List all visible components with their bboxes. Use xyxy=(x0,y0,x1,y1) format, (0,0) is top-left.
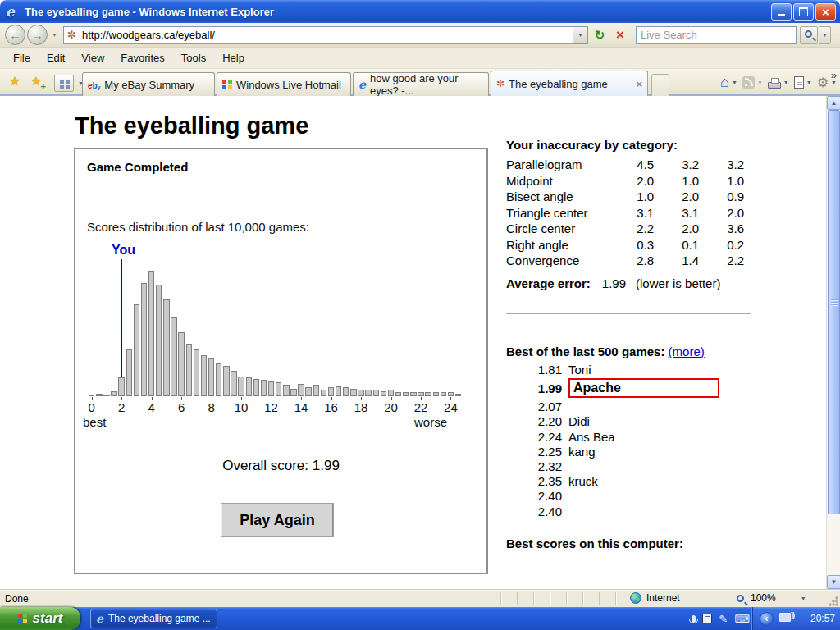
more-link[interactable]: (more) xyxy=(669,345,705,358)
tray-icons xyxy=(685,607,750,630)
home-dropdown-icon[interactable] xyxy=(732,80,737,85)
divider xyxy=(506,313,751,314)
category-value: 4.5 xyxy=(617,158,654,174)
feeds-button[interactable] xyxy=(742,76,763,89)
address-input[interactable] xyxy=(82,29,573,41)
best500-score: 2.20 xyxy=(506,414,562,428)
histogram-bar xyxy=(425,392,431,396)
inaccuracy-row: Parallelogram4.53.23.2 xyxy=(506,158,754,174)
menu-item-help[interactable]: Help xyxy=(214,48,253,67)
start-button[interactable]: start xyxy=(0,607,80,630)
menu-item-view[interactable]: View xyxy=(73,48,112,67)
keyboard-icon[interactable] xyxy=(734,613,750,625)
favorites-star-icon[interactable] xyxy=(5,74,25,92)
category-value: 1.0 xyxy=(699,174,744,190)
page-dropdown-icon[interactable] xyxy=(806,80,812,85)
tab-how-good-are-your-eyes[interactable]: how good are your eyes? -... xyxy=(353,72,489,96)
zoom-dropdown-icon[interactable] xyxy=(801,596,806,601)
menu-item-edit[interactable]: Edit xyxy=(39,48,73,67)
axis-tick-label: 20 xyxy=(379,400,404,414)
category-name: Bisect angle xyxy=(506,189,617,206)
axis-tick-label: 4 xyxy=(139,400,164,414)
best500-score: 2.32 xyxy=(506,459,562,473)
tab-windows-live-hotmail[interactable]: Windows Live Hotmail xyxy=(217,72,351,96)
restore-button[interactable] xyxy=(793,3,814,21)
best500-name: Didi xyxy=(568,414,590,428)
status-pane-separator xyxy=(599,592,600,605)
ebay-icon xyxy=(88,79,100,91)
histogram-bar xyxy=(231,371,236,396)
menu-item-file[interactable]: File xyxy=(5,48,39,67)
histogram-bar xyxy=(403,392,409,396)
menu-item-tools[interactable]: Tools xyxy=(173,48,214,67)
add-favorite-icon[interactable] xyxy=(26,74,46,92)
play-again-button[interactable]: Play Again xyxy=(221,503,334,537)
forward-button[interactable] xyxy=(27,25,48,45)
history-dropdown-icon[interactable] xyxy=(49,32,60,38)
scroll-down-icon[interactable] xyxy=(827,575,840,589)
taskbar: start The eyeballing game ... 20:57 xyxy=(0,607,840,630)
search-box[interactable] xyxy=(636,26,797,44)
address-bar[interactable] xyxy=(63,26,588,44)
toolbar-overflow-icon[interactable] xyxy=(831,69,837,81)
best500-row: 2.07 xyxy=(506,399,754,414)
print-button[interactable] xyxy=(768,76,789,89)
game-box: Game Completed Scores distribution of la… xyxy=(74,148,488,574)
vertical-scrollbar[interactable] xyxy=(826,96,840,589)
quick-tabs-button[interactable] xyxy=(54,75,74,92)
print-dropdown-icon[interactable] xyxy=(783,80,789,85)
back-button[interactable] xyxy=(5,25,25,45)
inaccuracy-row: Midpoint2.01.01.0 xyxy=(506,174,754,190)
category-value: 2.0 xyxy=(617,174,654,190)
woodgears-favicon-icon xyxy=(67,30,79,41)
hide-icons-chevron-icon[interactable] xyxy=(760,612,774,626)
microphone-icon[interactable] xyxy=(692,615,696,623)
tab-my-ebay-summary[interactable]: My eBay Summary xyxy=(82,72,215,96)
histogram-bar xyxy=(388,390,394,396)
player-name-input[interactable] xyxy=(568,378,719,398)
windows-icon xyxy=(222,80,232,89)
new-tab-stub[interactable] xyxy=(651,74,669,96)
histogram-bar xyxy=(178,332,184,396)
histogram-bar xyxy=(395,392,401,396)
status-pane-separator xyxy=(550,592,550,605)
best500-score: 2.40 xyxy=(506,504,562,518)
tab-close-icon[interactable] xyxy=(624,78,642,90)
zoom-control[interactable]: 100% xyxy=(737,592,806,604)
search-input[interactable] xyxy=(637,29,796,41)
pen-icon[interactable] xyxy=(719,613,728,625)
histogram-bar xyxy=(441,392,446,396)
histogram-bar xyxy=(126,349,132,396)
home-button[interactable] xyxy=(720,74,737,91)
category-value: 2.2 xyxy=(699,253,744,270)
histogram-bar xyxy=(141,283,147,396)
overall-score: Overall score: 1.99 xyxy=(75,458,486,474)
tab-the-eyeballing-game[interactable]: The eyeballing game xyxy=(491,71,648,96)
language-bar-icon[interactable] xyxy=(702,614,712,623)
histogram-bar xyxy=(246,377,252,396)
address-dropdown-icon[interactable] xyxy=(573,27,587,43)
scrollbar-thumb[interactable] xyxy=(828,110,840,514)
best500-list: 1.81Toni1.992.072.20Didi2.24Ans Bea2.25k… xyxy=(506,363,754,519)
stop-button[interactable] xyxy=(611,26,629,44)
scroll-up-icon[interactable] xyxy=(827,96,840,110)
histogram-bar xyxy=(171,317,176,396)
category-value: 3.1 xyxy=(617,206,654,222)
histogram-bar xyxy=(96,394,102,396)
category-value: 0.1 xyxy=(654,238,699,254)
close-button[interactable] xyxy=(815,3,836,21)
page-button[interactable] xyxy=(794,76,812,89)
search-dropdown-icon[interactable] xyxy=(819,26,831,44)
refresh-button[interactable] xyxy=(591,26,609,44)
axis-tick-label: 22 xyxy=(409,400,433,414)
menu-item-favorites[interactable]: Favorites xyxy=(112,48,172,67)
histogram-bar xyxy=(261,380,267,396)
taskbar-task-button[interactable]: The eyeballing game ... xyxy=(90,609,217,628)
histogram-bar xyxy=(223,366,229,396)
network-monitor-icon[interactable] xyxy=(779,613,791,622)
tab-label: The eyeballing game xyxy=(509,78,608,90)
average-error-row: Average error:1.99(lower is better) xyxy=(506,276,754,290)
minimize-button[interactable] xyxy=(771,3,792,21)
page-content: The eyeballing game Game Completed Score… xyxy=(0,96,840,589)
search-button[interactable] xyxy=(800,26,818,44)
